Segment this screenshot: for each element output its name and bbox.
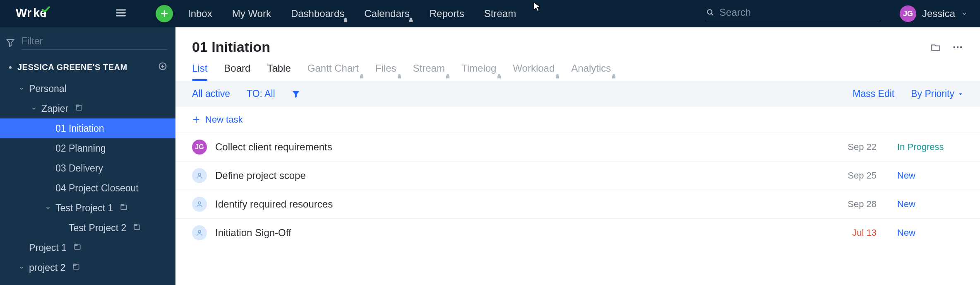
svg-point-33 xyxy=(198,202,201,204)
team-header[interactable]: JESSICA GREENE'S TEAM xyxy=(0,56,175,79)
nav-link-label: Dashboards xyxy=(291,8,344,19)
task-row[interactable]: Initiation Sign-OffJul 13New xyxy=(175,218,980,247)
lock-icon xyxy=(359,70,365,82)
sort-dropdown[interactable]: By Priority xyxy=(911,88,963,99)
mass-edit-link[interactable]: Mass Edit xyxy=(853,88,894,99)
filter-tasks-icon[interactable] xyxy=(292,90,300,98)
task-row[interactable]: Define project scopeSep 25New xyxy=(175,161,980,190)
lock-icon xyxy=(396,70,402,82)
nav-link-reports[interactable]: Reports xyxy=(430,8,464,19)
task-status: New xyxy=(897,227,963,238)
chevron-down-icon xyxy=(31,106,37,111)
tab-label: Timelog xyxy=(461,63,496,74)
user-name: Jessica xyxy=(922,8,955,19)
nav-link-dashboards[interactable]: Dashboards xyxy=(291,8,344,19)
brand-logo[interactable]: Wr ke xyxy=(16,5,65,22)
task-name: Initiation Sign-Off xyxy=(215,227,827,239)
task-due-date: Sep 22 xyxy=(835,142,877,152)
folder-open-icon[interactable] xyxy=(930,42,941,53)
task-row[interactable]: Identify required resourcesSep 28New xyxy=(175,190,980,218)
folder-icon xyxy=(120,203,128,214)
sidebar-item-03-delivery[interactable]: 03 Delivery xyxy=(0,158,175,178)
filter-all-active[interactable]: All active xyxy=(192,88,230,99)
lock-icon xyxy=(408,14,414,25)
search-icon xyxy=(706,8,714,17)
folder-icon xyxy=(73,242,82,254)
tab-board[interactable]: Board xyxy=(224,63,250,81)
lock-icon xyxy=(445,70,451,82)
sidebar-item-label: 02 Planning xyxy=(55,143,106,154)
sidebar-item-label: 04 Project Closeout xyxy=(55,183,139,194)
task-due-date: Sep 28 xyxy=(835,199,877,210)
create-button[interactable] xyxy=(156,5,173,22)
tab-label: Workload xyxy=(513,63,555,74)
folder-icon xyxy=(72,262,80,273)
task-due-date: Sep 25 xyxy=(835,170,877,181)
sidebar-item-01-initiation[interactable]: 01 Initiation xyxy=(0,118,175,138)
tab-label: Stream xyxy=(413,63,445,74)
sidebar-item-label: Personal xyxy=(29,83,67,94)
nav-link-calendars[interactable]: Calendars xyxy=(364,8,409,19)
bullet-icon xyxy=(8,65,12,70)
sidebar-item-label: Test Project 2 xyxy=(69,222,126,234)
svg-point-34 xyxy=(198,230,201,233)
user-menu[interactable]: JG Jessica xyxy=(900,5,968,22)
sidebar-item-project-1[interactable]: Project 1 xyxy=(0,238,175,258)
add-space-icon[interactable] xyxy=(158,62,167,73)
lock-icon xyxy=(343,14,348,25)
chevron-down-icon xyxy=(961,10,968,17)
sidebar-item-label: 01 Initiation xyxy=(55,123,104,134)
sidebar-item-label: Project 1 xyxy=(29,242,67,254)
new-task-button[interactable]: New task xyxy=(175,107,980,133)
menu-toggle-icon[interactable] xyxy=(115,7,127,20)
sidebar-item-label: Test Project 1 xyxy=(55,203,113,214)
search-field[interactable] xyxy=(706,7,880,21)
sidebar-item-test-project-2[interactable]: Test Project 2 xyxy=(0,218,175,238)
sidebar-filter-input[interactable] xyxy=(22,36,167,50)
sidebar-item-zapier[interactable]: Zapier xyxy=(0,99,175,118)
sidebar: JESSICA GREENE'S TEAM PersonalZapier01 I… xyxy=(0,27,175,285)
page-title: 01 Initiation xyxy=(192,39,270,55)
tab-timelog: Timelog xyxy=(461,63,496,81)
folder-icon xyxy=(75,103,83,114)
filter-to-all[interactable]: TO: All xyxy=(247,88,275,99)
tab-table[interactable]: Table xyxy=(267,63,291,81)
sidebar-item-04-project-closeout[interactable]: 04 Project Closeout xyxy=(0,178,175,198)
team-label: JESSICA GREENE'S TEAM xyxy=(17,63,127,72)
lock-icon xyxy=(555,70,560,82)
sidebar-item-project-2[interactable]: project 2 xyxy=(0,258,175,278)
sidebar-item-label: 03 Delivery xyxy=(55,163,103,174)
nav-link-inbox[interactable]: Inbox xyxy=(188,8,212,19)
nav-link-stream[interactable]: Stream xyxy=(484,8,516,19)
caret-down-icon xyxy=(958,91,963,97)
chevron-down-icon xyxy=(18,86,25,92)
svg-text:Wr: Wr xyxy=(16,6,31,19)
sidebar-item-label: Zapier xyxy=(41,103,68,114)
nav-link-label: My Work xyxy=(232,8,271,19)
top-nav: Wr ke InboxMy WorkDashboardsCalendarsRep… xyxy=(0,0,980,27)
svg-point-8 xyxy=(707,10,712,14)
chevron-down-icon xyxy=(45,205,51,211)
tab-workload: Workload xyxy=(513,63,555,81)
sidebar-item-label: project 2 xyxy=(29,262,65,273)
filter-icon xyxy=(6,38,15,47)
sidebar-item-02-planning[interactable]: 02 Planning xyxy=(0,138,175,158)
view-tabs: ListBoardTableGantt ChartFilesStreamTime… xyxy=(175,63,980,81)
task-status: In Progress xyxy=(897,142,963,152)
task-name: Define project scope xyxy=(215,170,827,181)
svg-marker-29 xyxy=(959,93,962,95)
filter-bar: All active TO: All Mass Edit By Priority xyxy=(175,81,980,107)
sidebar-item-test-project-1[interactable]: Test Project 1 xyxy=(0,198,175,218)
nav-links: InboxMy WorkDashboardsCalendarsReportsSt… xyxy=(188,8,516,19)
task-row[interactable]: JGCollect client requirementsSep 22In Pr… xyxy=(175,133,980,161)
task-name: Identify required resources xyxy=(215,198,827,210)
sidebar-filter[interactable] xyxy=(0,31,175,56)
search-input[interactable] xyxy=(719,7,880,18)
nav-link-label: Reports xyxy=(430,8,464,19)
sort-label: By Priority xyxy=(911,88,954,99)
folder-icon xyxy=(133,222,141,234)
nav-link-my-work[interactable]: My Work xyxy=(232,8,271,19)
more-icon[interactable] xyxy=(952,41,963,53)
sidebar-item-personal[interactable]: Personal xyxy=(0,79,175,99)
tab-list[interactable]: List xyxy=(192,63,207,81)
